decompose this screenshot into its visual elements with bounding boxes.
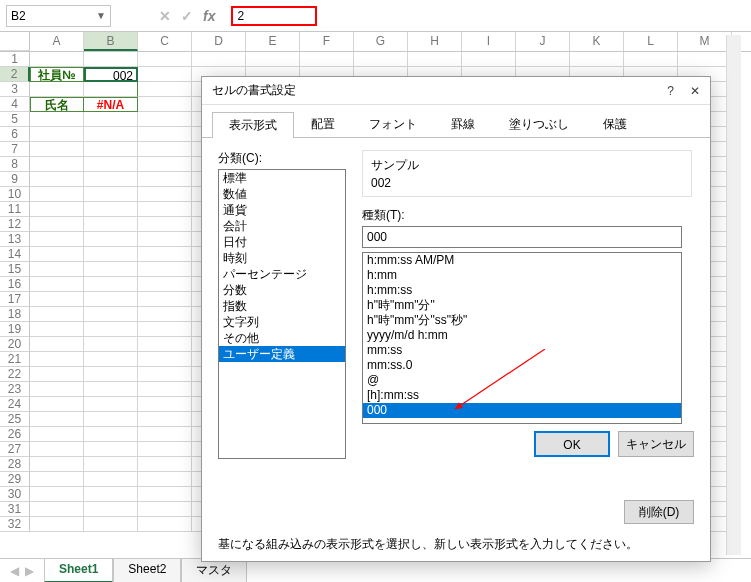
cell[interactable]	[138, 82, 192, 97]
type-item[interactable]: 000	[363, 403, 681, 418]
row-header[interactable]: 26	[0, 427, 30, 442]
category-item[interactable]: 日付	[219, 234, 345, 250]
type-item[interactable]: h"時"mm"分"	[363, 298, 681, 313]
row-header[interactable]: 1	[0, 52, 30, 67]
dialog-tab[interactable]: フォント	[352, 111, 434, 137]
row-header[interactable]: 11	[0, 202, 30, 217]
cell[interactable]: 氏名	[30, 97, 84, 112]
type-item[interactable]: [h]:mm:ss	[363, 388, 681, 403]
cell[interactable]	[138, 127, 192, 142]
row-header[interactable]: 2	[0, 67, 30, 82]
category-item[interactable]: 分数	[219, 282, 345, 298]
select-all-corner[interactable]	[0, 32, 30, 51]
category-item[interactable]: パーセンテージ	[219, 266, 345, 282]
cell[interactable]	[138, 262, 192, 277]
row-header[interactable]: 19	[0, 322, 30, 337]
dialog-tab[interactable]: 塗りつぶし	[492, 111, 586, 137]
cell[interactable]	[570, 52, 624, 67]
cancel-icon[interactable]: ✕	[159, 8, 171, 24]
row-header[interactable]: 15	[0, 262, 30, 277]
category-item[interactable]: 時刻	[219, 250, 345, 266]
type-item[interactable]: h"時"mm"分"ss"秒"	[363, 313, 681, 328]
cell[interactable]: #N/A	[84, 97, 138, 112]
cell[interactable]: 002	[84, 67, 138, 82]
cell[interactable]: 社員№	[30, 67, 84, 82]
cell[interactable]	[30, 487, 84, 502]
column-header[interactable]: A	[30, 32, 84, 51]
cell[interactable]	[138, 367, 192, 382]
cell[interactable]	[84, 322, 138, 337]
dialog-tab[interactable]: 罫線	[434, 111, 492, 137]
row-header[interactable]: 18	[0, 307, 30, 322]
row-header[interactable]: 22	[0, 367, 30, 382]
column-header[interactable]: L	[624, 32, 678, 51]
cell[interactable]	[30, 277, 84, 292]
category-item[interactable]: 通貨	[219, 202, 345, 218]
cell[interactable]	[84, 472, 138, 487]
cell[interactable]	[138, 292, 192, 307]
cell[interactable]	[84, 427, 138, 442]
cell[interactable]	[138, 142, 192, 157]
cell[interactable]	[138, 412, 192, 427]
cell[interactable]	[138, 217, 192, 232]
cell[interactable]	[30, 367, 84, 382]
cell[interactable]	[30, 127, 84, 142]
type-item[interactable]: yyyy/m/d h:mm	[363, 328, 681, 343]
nav-next-icon[interactable]: ▶	[25, 564, 34, 578]
cell[interactable]	[84, 457, 138, 472]
cell[interactable]	[84, 277, 138, 292]
cell[interactable]	[84, 352, 138, 367]
enter-icon[interactable]: ✓	[181, 8, 193, 24]
cell[interactable]	[138, 442, 192, 457]
cell[interactable]	[138, 52, 192, 67]
type-item[interactable]: h:mm:ss AM/PM	[363, 253, 681, 268]
cell[interactable]	[84, 412, 138, 427]
cell[interactable]	[30, 322, 84, 337]
category-item[interactable]: 指数	[219, 298, 345, 314]
category-item[interactable]: ユーザー定義	[219, 346, 345, 362]
cell[interactable]	[138, 517, 192, 532]
cell[interactable]	[678, 52, 732, 67]
column-header[interactable]: B	[84, 32, 138, 51]
category-item[interactable]: 数値	[219, 186, 345, 202]
column-header[interactable]: K	[570, 32, 624, 51]
cell[interactable]	[30, 517, 84, 532]
cell[interactable]	[138, 202, 192, 217]
cell[interactable]	[30, 172, 84, 187]
vertical-scrollbar[interactable]	[726, 35, 741, 555]
cell[interactable]	[30, 112, 84, 127]
delete-button[interactable]: 削除(D)	[624, 500, 694, 524]
row-header[interactable]: 17	[0, 292, 30, 307]
cell[interactable]	[84, 247, 138, 262]
type-item[interactable]: h:mm	[363, 268, 681, 283]
cell[interactable]	[30, 247, 84, 262]
row-header[interactable]: 25	[0, 412, 30, 427]
row-header[interactable]: 8	[0, 157, 30, 172]
cell[interactable]	[30, 232, 84, 247]
category-list[interactable]: 標準数値通貨会計日付時刻パーセンテージ分数指数文字列その他ユーザー定義	[218, 169, 346, 459]
cell[interactable]	[138, 397, 192, 412]
cell[interactable]	[138, 322, 192, 337]
help-icon[interactable]: ?	[667, 84, 674, 98]
cell[interactable]	[138, 187, 192, 202]
category-item[interactable]: 標準	[219, 170, 345, 186]
type-item[interactable]: mm:ss.0	[363, 358, 681, 373]
cell[interactable]	[84, 187, 138, 202]
name-box-dropdown-icon[interactable]: ▼	[96, 10, 106, 21]
column-header[interactable]: H	[408, 32, 462, 51]
row-header[interactable]: 6	[0, 127, 30, 142]
dialog-tab[interactable]: 保護	[586, 111, 644, 137]
cell[interactable]	[138, 382, 192, 397]
cell[interactable]	[624, 52, 678, 67]
cell[interactable]	[138, 112, 192, 127]
cell[interactable]	[84, 397, 138, 412]
row-header[interactable]: 12	[0, 217, 30, 232]
cell[interactable]	[30, 472, 84, 487]
cell[interactable]	[246, 52, 300, 67]
cell[interactable]	[84, 517, 138, 532]
cell[interactable]	[84, 157, 138, 172]
close-icon[interactable]: ✕	[690, 84, 700, 98]
formula-input[interactable]: 2	[231, 6, 317, 26]
type-item[interactable]: h:mm:ss	[363, 283, 681, 298]
row-header[interactable]: 16	[0, 277, 30, 292]
